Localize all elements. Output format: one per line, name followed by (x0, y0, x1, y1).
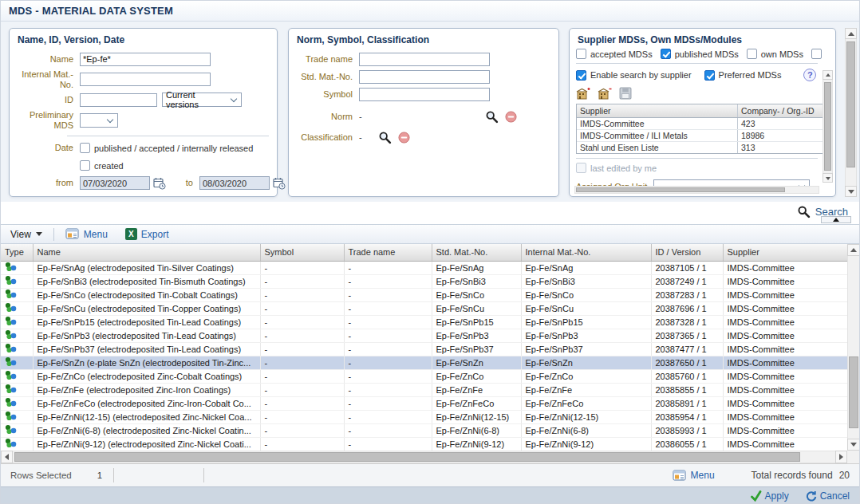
supplier-row[interactable]: IMDS-Committee / ILI Metals18986 (577, 130, 823, 142)
accepted-mds-checkbox[interactable]: accepted MDSs (576, 49, 653, 59)
panel-horizontal-scrollbar[interactable] (574, 186, 819, 194)
calendar-icon[interactable] (153, 177, 166, 190)
norm-clear-icon[interactable] (505, 111, 517, 123)
column-header-name[interactable]: Name (33, 244, 260, 261)
version-select[interactable]: Current versions (162, 93, 242, 107)
cell-std-mat-no: Ep-Fe/ZnCo (436, 372, 484, 381)
apply-button[interactable]: Apply (750, 490, 789, 502)
checkbox-box[interactable] (80, 160, 90, 171)
internal-mat-no-input[interactable] (80, 73, 211, 86)
std-mat-no-input[interactable] (359, 70, 490, 84)
published-accepted-checkbox[interactable]: published / accepted / internally releas… (80, 143, 253, 153)
scrollbar-thumb[interactable] (824, 82, 831, 171)
table-row[interactable]: Ep-Fe/ZnFe (electrodeposited Zinc-Iron C… (1, 383, 847, 396)
status-menu-button[interactable]: Menu (673, 470, 715, 482)
checkbox-box[interactable] (661, 49, 671, 59)
checkbox-box[interactable] (576, 70, 586, 81)
created-checkbox[interactable]: created (80, 160, 124, 171)
cell-name: Ep-Fe/SnZn (e-plate SnZn (electrodeposit… (37, 358, 251, 368)
scroll-right-button[interactable] (835, 451, 847, 463)
clipped-mds-checkbox[interactable] (811, 49, 822, 59)
scrollbar-thumb[interactable] (14, 452, 800, 462)
search-icon (797, 205, 811, 219)
supplier-row[interactable]: IMDS-Committee423 (577, 118, 823, 130)
scroll-up-button[interactable] (847, 244, 860, 256)
menu-button[interactable]: Menu (65, 228, 108, 240)
cell-std-mat-no: Ep-Fe/SnPb3 (436, 331, 489, 341)
published-mds-checkbox[interactable]: published MDSs (661, 49, 739, 59)
table-row[interactable]: Ep-Fe/SnZn (e-plate SnZn (electrodeposit… (1, 356, 847, 369)
column-header-type[interactable]: Type (1, 244, 33, 261)
scroll-up-button[interactable] (823, 70, 833, 80)
menu-icon (673, 470, 687, 482)
date-from-input[interactable] (80, 176, 150, 190)
id-input[interactable] (80, 93, 157, 107)
classification-value: - (359, 132, 362, 142)
remove-supplier-icon[interactable] (598, 87, 612, 100)
last-edited-by-me-checkbox[interactable]: last edited by me (576, 163, 657, 173)
trade-name-input[interactable] (359, 53, 490, 66)
scroll-down-button[interactable] (845, 186, 857, 197)
cell-supplier: IMDS-Committee (728, 290, 795, 300)
classification-clear-icon[interactable] (398, 132, 410, 144)
table-row[interactable]: Ep-Fe/ZnNi(12-15) (electrodeposited Zinc… (1, 410, 847, 423)
table-row[interactable]: Ep-Fe/ZnNi(9-12) (electrodeposited Zinc-… (1, 437, 847, 451)
scrollbar-thumb[interactable] (576, 187, 785, 192)
results-vertical-scrollbar[interactable] (847, 244, 860, 451)
cancel-button[interactable]: Cancel (805, 490, 850, 502)
checkbox-box[interactable] (80, 143, 90, 153)
enable-search-by-supplier-checkbox[interactable]: Enable search by supplier (576, 70, 692, 81)
table-row[interactable]: Ep-Fe/SnAg (electrodeposited Tin-Silver … (1, 261, 847, 274)
export-button[interactable]: X Export (125, 228, 169, 240)
criteria-vertical-scrollbar[interactable] (845, 28, 857, 197)
scroll-down-button[interactable] (823, 173, 833, 183)
table-row[interactable]: Ep-Fe/SnBi3 (electrodeposited Tin-Bismut… (1, 274, 847, 288)
table-row[interactable]: Ep-Fe/SnPb3 (electrodeposited Tin-Lead C… (1, 329, 847, 342)
norm-search-icon[interactable] (485, 110, 499, 124)
scrollbar-thumb[interactable] (846, 41, 855, 167)
table-row[interactable]: Ep-Fe/SnPb15 (electrodeposited Tin-Lead … (1, 315, 847, 329)
supplier-row[interactable]: Stahl und Eisen Liste313 (577, 142, 823, 153)
column-header-symbol[interactable]: Symbol (260, 244, 344, 261)
help-icon[interactable]: ? (803, 69, 816, 81)
symbol-input[interactable] (359, 88, 490, 101)
column-header-internal-mat-no[interactable]: Internal Mat.-No. (521, 244, 651, 261)
scroll-up-button[interactable] (845, 28, 857, 39)
checkbox-box[interactable] (576, 163, 586, 173)
table-row[interactable]: Ep-Fe/ZnFeCo (electrodeposited Zinc-Iron… (1, 396, 847, 410)
table-row[interactable]: Ep-Fe/SnCu (electrodeposited Tin-Copper … (1, 301, 847, 315)
classification-search-icon[interactable] (378, 131, 392, 144)
preferred-mds-checkbox[interactable]: Preferred MDSs (704, 70, 782, 81)
title-bar: MDS - MATERIAL DATA SYSTEM (1, 1, 859, 22)
results-horizontal-scrollbar[interactable] (1, 451, 847, 463)
checkbox-box[interactable] (704, 70, 715, 81)
own-mds-checkbox[interactable]: own MDSs (747, 49, 803, 59)
date-to-input[interactable] (199, 176, 270, 190)
cell-trade-name: - (349, 304, 352, 313)
scroll-down-button[interactable] (847, 439, 860, 451)
save-supplier-list-icon[interactable] (619, 87, 632, 100)
table-row[interactable]: Ep-Fe/SnCo (electrodeposited Tin-Cobalt … (1, 288, 847, 301)
collapse-search-button[interactable] (821, 216, 851, 223)
view-dropdown[interactable]: View (10, 229, 42, 240)
add-supplier-icon[interactable] (576, 87, 590, 100)
checkbox-box[interactable] (576, 49, 586, 59)
preliminary-mds-select[interactable] (80, 113, 118, 128)
checkbox-box[interactable] (811, 49, 822, 59)
scrollbar-thumb[interactable] (849, 356, 858, 428)
checkbox-box[interactable] (747, 49, 757, 59)
column-header-trade-name[interactable]: Trade name (344, 244, 432, 261)
total-records-value: 20 (839, 470, 850, 481)
calendar-icon[interactable] (273, 177, 286, 190)
panel-vertical-scrollbar[interactable] (823, 70, 833, 183)
column-header-id-version[interactable]: ID / Version (651, 244, 723, 261)
mds-type-icon (5, 400, 17, 409)
table-row[interactable]: Ep-Fe/SnPb37 (electrodeposited Tin-Lead … (1, 342, 847, 356)
scroll-left-button[interactable] (1, 451, 13, 463)
table-row[interactable]: Ep-Fe/ZnCo (electrodeposited Zinc-Cobalt… (1, 369, 847, 383)
table-row[interactable]: Ep-Fe/ZnNi(6-8) (electrodeposited Zinc-N… (1, 423, 847, 437)
column-header-supplier[interactable]: Supplier (723, 244, 847, 261)
name-input[interactable] (80, 53, 211, 66)
column-header-std-mat-no[interactable]: Std. Mat.-No. (432, 244, 521, 261)
cell-std-mat-no: Ep-Fe/SnPb15 (436, 317, 494, 327)
